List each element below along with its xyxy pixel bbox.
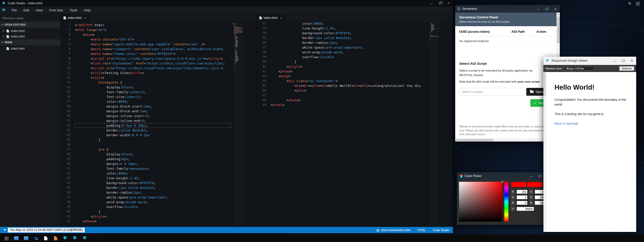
desktop-refresh-icon[interactable]: ↻	[628, 1, 631, 6]
code-line[interactable]: <body>	[271, 74, 428, 79]
code-line[interactable]: color:#999;	[75, 99, 232, 104]
code-studio-instance-2[interactable]	[71, 235, 79, 242]
menu-view[interactable]: View	[32, 7, 46, 14]
tab-close-icon[interactable]: ×	[84, 16, 86, 20]
close-editor-icon[interactable]: ×	[2, 35, 5, 38]
code-line[interactable]: </style>	[75, 214, 232, 219]
code-studio-instance-1[interactable]	[62, 235, 69, 242]
code-line[interactable]: margin-inline-start:0;	[75, 114, 232, 118]
app-window-2[interactable]	[22, 235, 30, 242]
code-line[interactable]: padding:8px;	[75, 157, 232, 161]
code-area[interactable]: color:#666; line-height:1.45; background…	[271, 20, 428, 227]
code-line[interactable]: <html lang="en">	[75, 27, 232, 32]
code-line[interactable]: display:block;	[75, 85, 232, 90]
menu-font-size[interactable]: Font Size	[46, 7, 66, 14]
back-to-aprintlab-link[interactable]: Back to Aprintlab	[555, 122, 578, 125]
tab-index-html[interactable]: index.html ×	[61, 14, 89, 22]
code-line[interactable]: <link rel="stylesheet" href="https://cdn…	[75, 61, 232, 66]
previous-color-swatch[interactable]	[527, 182, 543, 187]
code-line[interactable]: margin-block-end:1em;	[75, 109, 232, 114]
menu-file[interactable]: File	[8, 7, 20, 14]
code-line[interactable]: padding:0 5px 0 20px;	[75, 123, 232, 128]
code-line[interactable]: line-height:1.45;	[75, 176, 232, 181]
restore-button[interactable]	[436, 0, 444, 7]
code-line[interactable]: word-wrap:break-word;	[75, 200, 232, 204]
code-line[interactable]: border:1px solid #e1e1e1;	[271, 36, 428, 40]
language-mode-status[interactable]: HTML	[417, 228, 426, 232]
search-app[interactable]	[32, 235, 40, 242]
hex-value-input[interactable]: ff0000	[516, 207, 534, 211]
sidebar-item-index.html[interactable]: ×index.html	[0, 34, 60, 39]
minimize-button[interactable]: –	[610, 57, 619, 65]
code-line[interactable]: <h1><br></h1><h1>Hello World!<br></h1><p…	[271, 83, 428, 88]
code-line[interactable]: </body>	[271, 98, 428, 102]
code-line[interactable]: <div class="ui container">	[271, 79, 428, 83]
code-line[interactable]: font-family:inherit;	[75, 90, 232, 94]
code-line[interactable]: <meta name="viewport" content="user-scal…	[75, 47, 232, 51]
code-line[interactable]: border:solid #b1b1b1;	[75, 128, 232, 133]
sidebar-section-www[interactable]: ▾WWW	[0, 39, 60, 45]
code-line[interactable]: color:#666;	[271, 21, 428, 26]
code-line[interactable]: <title>Testing Site</title>	[75, 71, 232, 75]
close-button[interactable]: ×	[551, 5, 560, 13]
minimize-button[interactable]: –	[427, 0, 436, 7]
viewer-title-bar[interactable]: Responsive Design Viewer – ×	[543, 57, 636, 65]
code-line[interactable]: line-height:1.45;	[271, 26, 428, 31]
code-line[interactable]: margin-block-start:1em;	[75, 104, 232, 109]
close-button[interactable]: ×	[444, 0, 453, 7]
color-cursor[interactable]	[501, 181, 503, 183]
file-path-status[interactable]: store:/www/index.html	[381, 228, 410, 232]
app-window-1[interactable]	[12, 235, 20, 242]
sidebar-item-index.html[interactable]: index.html	[0, 46, 60, 51]
code-line[interactable]: font-size:inherit;	[75, 94, 232, 99]
code-line[interactable]: <meta name="apple-mobile-web-app-capable…	[75, 42, 232, 47]
page-scrollbar[interactable]	[543, 72, 546, 232]
code-line[interactable]: <head>	[75, 32, 232, 37]
code-line[interactable]: </div>	[271, 88, 428, 93]
serverless-title-bar[interactable]: Serverless – ×	[455, 5, 560, 13]
code-line[interactable]: </head>	[271, 69, 428, 74]
scrollbar-thumb[interactable]	[456, 139, 494, 141]
code-line[interactable]: border-radius:2px;	[271, 40, 428, 45]
agi-location-input[interactable]	[459, 88, 524, 96]
code-line[interactable]: border:1px solid #e1e1e1;	[75, 185, 232, 190]
title-bar[interactable]: Code Studio - index.html – ×	[0, 0, 453, 7]
code-line[interactable]: <meta name="theme-color" content="#ff922…	[75, 51, 232, 56]
maximize-button[interactable]	[536, 172, 544, 180]
code-line[interactable]: <style>	[75, 75, 232, 80]
scrollbar-thumb[interactable]	[557, 17, 560, 43]
code-line[interactable]: display:block;	[75, 152, 232, 157]
menu-tools[interactable]: Tools	[66, 7, 80, 14]
code-line[interactable]: <script src="https://code.jquery.com/jqu…	[75, 56, 232, 61]
code-area[interactable]: <!DOCTYPE html><html lang="en"> <head> <…	[75, 22, 232, 227]
current-color-swatch[interactable]	[511, 182, 527, 187]
code-line[interactable]	[271, 93, 428, 98]
code-line[interactable]: </style>	[271, 64, 428, 69]
code-line[interactable]: blockquote {	[75, 80, 232, 85]
code-line[interactable]: margin:0 0 10px;	[75, 161, 232, 166]
clock-status[interactable]: Thu May 11 2023 21:54:48 GMT+0800 (台北標準時…	[8, 228, 85, 232]
code-line[interactable]: pre {	[75, 147, 232, 152]
code-line[interactable]: </html>	[271, 102, 428, 107]
editor-scroll-area[interactable]	[439, 22, 453, 227]
code-line[interactable]: background-color:#f9f9f9;	[271, 31, 428, 36]
sidebar-section-open-editors[interactable]: ▾OPEN EDITORS	[0, 22, 60, 28]
menu-edit[interactable]: Edit	[20, 7, 32, 14]
minimize-button[interactable]: –	[527, 172, 536, 180]
code-line[interactable]: <script src="https://cdnjs.cloudflare.co…	[75, 66, 232, 71]
maximize-button[interactable]	[619, 57, 628, 65]
code-line[interactable]: overflow:visible	[271, 55, 428, 59]
editor-scroll-area[interactable]	[243, 22, 256, 227]
code-line[interactable]: color:#666;	[75, 171, 232, 176]
scrollbar-thumb[interactable]	[544, 73, 546, 96]
code-line[interactable]: }	[75, 137, 232, 142]
saturation-brightness-field[interactable]	[459, 182, 502, 222]
maximize-button[interactable]	[543, 5, 551, 13]
code-line[interactable]: font-family:monospace;	[75, 166, 232, 171]
minimap[interactable]	[232, 22, 243, 227]
code-line[interactable]: white-space:pre-wrap!important;	[75, 195, 232, 200]
code-line[interactable]: border-radius:2px;	[75, 190, 232, 195]
window-size-input[interactable]	[564, 66, 594, 71]
code-line[interactable]: </head>	[75, 219, 232, 224]
code-line[interactable]: word-wrap:break-word;	[271, 50, 428, 55]
